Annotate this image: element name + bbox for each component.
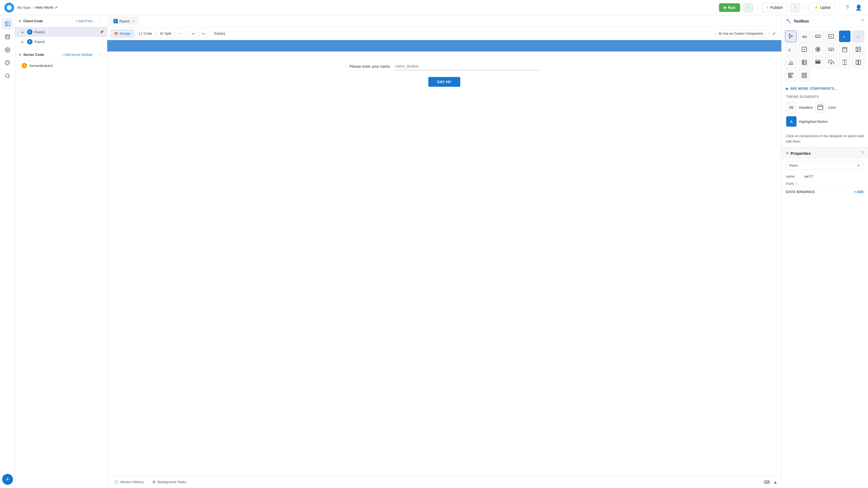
properties-help-button[interactable]: ? bbox=[861, 151, 864, 155]
form-help-icon[interactable]: ? bbox=[796, 182, 798, 186]
client-code-title: Client Code bbox=[23, 19, 72, 23]
form1-label: Form1 bbox=[35, 30, 45, 34]
play-icon: ▶ bbox=[724, 6, 726, 9]
breadcrumb-app[interactable]: My Apps bbox=[17, 5, 31, 9]
undo-button[interactable]: ↩ bbox=[189, 29, 198, 38]
toolbox-data-grid[interactable] bbox=[798, 56, 810, 68]
canvas-content[interactable]: Please enter your name: SAY HI! bbox=[107, 52, 781, 476]
bottom-tab-background-tasks[interactable]: ⚙ Background Tasks bbox=[148, 478, 190, 487]
help-button[interactable]: ? bbox=[844, 3, 850, 12]
server-code-chevron[interactable]: ▼ bbox=[19, 53, 22, 57]
sidebar-search-icon[interactable] bbox=[2, 70, 13, 81]
file-item-form1[interactable]: ▶ F Form1 📌 bbox=[15, 27, 107, 37]
theme-item-card[interactable]: Card bbox=[815, 102, 836, 113]
client-code-more-button[interactable]: ⋮ bbox=[96, 18, 104, 24]
use-custom-component-button[interactable]: ⊞ Use as Custom Component... bbox=[715, 30, 769, 37]
tab-form1-icon: F bbox=[114, 19, 118, 23]
name-prop-label: name bbox=[786, 174, 802, 178]
toolbox-radio[interactable] bbox=[812, 44, 824, 55]
theme-item-highlighted-button[interactable]: A Highlighted Button bbox=[786, 116, 828, 127]
svg-rect-54 bbox=[788, 75, 791, 76]
toolbox-button[interactable]: A bbox=[839, 30, 851, 42]
svg-line-10 bbox=[8, 77, 9, 78]
form1-chevron: ▶ bbox=[22, 31, 24, 34]
design-toolbar: 🎨 Design { } Code ⊟ Split ⋯ ↩ ↪ Form1 ⊞ … bbox=[107, 27, 781, 40]
theme-item-headline[interactable]: Ab Headline bbox=[786, 102, 813, 113]
toolbox-label[interactable]: Ab bbox=[798, 30, 810, 42]
add-form-label: + Add Form bbox=[75, 19, 92, 23]
see-more-components-button[interactable]: ▶ SEE MORE COMPONENTS... bbox=[782, 85, 868, 93]
toolbox-chart[interactable] bbox=[785, 56, 797, 68]
toolbox-file-upload[interactable] bbox=[825, 56, 837, 68]
run-menu-button[interactable]: ⋮ bbox=[743, 3, 753, 12]
redo-button[interactable]: ↪ bbox=[199, 29, 208, 38]
uplink-button[interactable]: ⚡ Uplink bbox=[809, 3, 835, 12]
expand-button[interactable]: ⤢ bbox=[770, 30, 778, 38]
toolbox-checkbox[interactable] bbox=[798, 44, 810, 55]
sidebar-paint-icon[interactable] bbox=[2, 57, 13, 68]
toolbox-cursor[interactable] bbox=[785, 30, 797, 42]
add-binding-button[interactable]: + ADD bbox=[854, 190, 864, 194]
design-button[interactable]: 🎨 Design bbox=[111, 30, 134, 37]
toolbox-spacer[interactable] bbox=[839, 56, 851, 68]
toolbox-date-picker[interactable] bbox=[839, 44, 851, 55]
hint-text: Click on components in the designer to s… bbox=[782, 130, 868, 147]
see-more-chevron: ▶ bbox=[786, 87, 788, 90]
toolbox-text-input[interactable]: Ab bbox=[812, 30, 824, 42]
bottom-tab-version-history[interactable]: 🕐 Version History bbox=[110, 478, 148, 487]
form1-pin-icon: 📌 bbox=[100, 30, 104, 34]
toolbox-dropdown[interactable] bbox=[825, 44, 837, 55]
publish-menu-button[interactable]: ⋮ bbox=[790, 3, 800, 12]
collapse-button[interactable]: ▲ bbox=[772, 478, 779, 486]
sidebar-files-icon[interactable] bbox=[2, 19, 13, 29]
run-button[interactable]: ▶ Run bbox=[719, 3, 740, 12]
see-more-label: SEE MORE COMPONENTS... bbox=[790, 87, 837, 90]
dropdown-arrow-icon: ▼ bbox=[857, 164, 860, 168]
properties-title: Properties bbox=[790, 151, 861, 155]
data-bindings-header: DATA BINDINGS + ADD bbox=[782, 187, 868, 197]
svg-point-32 bbox=[857, 48, 858, 49]
canvas-header-bar bbox=[107, 40, 781, 52]
toolbox-grid-panel[interactable] bbox=[798, 69, 810, 81]
file-item-form2[interactable]: ▶ F Form2 bbox=[15, 37, 107, 47]
form-btn-row: SAY HI! bbox=[349, 77, 539, 87]
sidebar-data-icon[interactable] bbox=[2, 31, 13, 42]
topbar: My Apps / Hello World ✔ ▶ Run ⋮ ↑ Publis… bbox=[0, 0, 868, 15]
svg-point-25 bbox=[817, 48, 819, 50]
say-hi-button[interactable]: SAY HI! bbox=[428, 77, 460, 87]
split-button[interactable]: ⊟ Split bbox=[157, 30, 175, 37]
toolbox-column-panel[interactable] bbox=[852, 56, 864, 68]
terminal-button[interactable]: ⌨ bbox=[762, 478, 772, 486]
tab-form1[interactable]: F Form1 × bbox=[110, 17, 139, 25]
background-tasks-label: Background Tasks bbox=[157, 480, 186, 484]
file-item-server-module1[interactable]: S ServerModule1 bbox=[15, 61, 107, 70]
server-code-more-button[interactable]: ⋮ bbox=[96, 52, 104, 58]
toolbox-rich-text[interactable]: b d bbox=[785, 44, 797, 55]
code-button[interactable]: { } Code bbox=[135, 30, 155, 37]
sidebar-settings-icon[interactable] bbox=[2, 45, 13, 55]
toolbar-more-button[interactable]: ⋯ bbox=[176, 29, 185, 38]
toolbox-help-button[interactable]: ? bbox=[861, 19, 864, 24]
form-label: Please enter your name: bbox=[349, 64, 391, 68]
toolbox-flow-panel[interactable] bbox=[785, 69, 797, 81]
form-prop-label: Form ? bbox=[782, 180, 868, 187]
card-label: Card bbox=[828, 106, 836, 110]
toolbox-text-area[interactable]: Ab bbox=[825, 30, 837, 42]
client-code-chevron[interactable]: ▼ bbox=[19, 19, 22, 23]
tab-form1-label: Form1 bbox=[120, 19, 130, 23]
tab-form1-close[interactable]: × bbox=[131, 19, 135, 23]
add-form-button[interactable]: + Add Form bbox=[73, 18, 95, 24]
server-module1-label: ServerModule1 bbox=[29, 64, 53, 68]
user-avatar[interactable]: 👤 bbox=[854, 3, 864, 12]
toolbox-data-row[interactable] bbox=[812, 56, 824, 68]
add-server-module-button[interactable]: + Add Server Module bbox=[60, 52, 95, 58]
toolbox-link[interactable]: a bbox=[852, 30, 864, 42]
code-icon: { } bbox=[139, 31, 142, 35]
toolbox-image[interactable] bbox=[852, 44, 864, 55]
svg-rect-27 bbox=[842, 48, 847, 52]
form-type-dropdown[interactable]: Form ▼ bbox=[786, 161, 864, 170]
form-input[interactable] bbox=[395, 62, 539, 70]
sidebar-add-button[interactable]: + bbox=[2, 474, 13, 485]
custom-icon: ⊞ bbox=[719, 32, 721, 35]
publish-button[interactable]: ↑ Publish bbox=[762, 3, 787, 12]
